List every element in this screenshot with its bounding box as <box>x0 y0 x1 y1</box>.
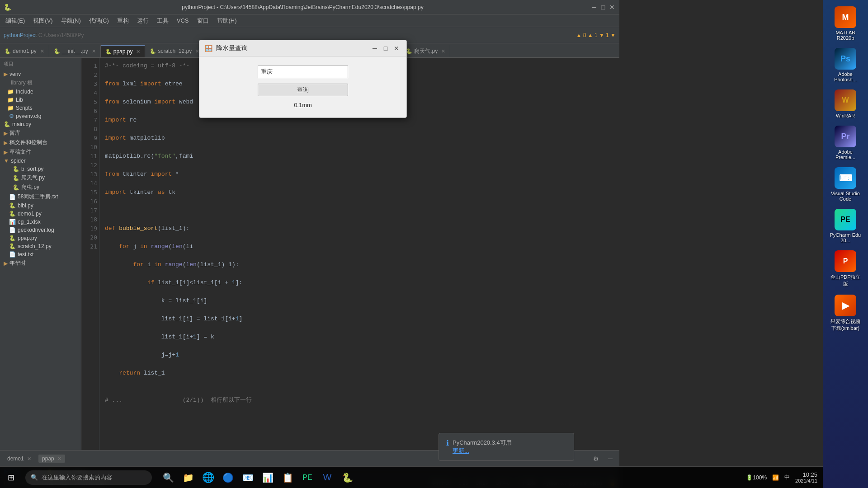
taskbar-icon-search[interactable]: 🔍 <box>159 469 177 487</box>
py-file-icon: 🐍 <box>13 175 19 181</box>
tab-init[interactable]: 🐍 __init__.py ✕ <box>49 45 101 57</box>
dialog-titlebar: 🪟 降水量查询 ─ □ ✕ <box>199 40 406 56</box>
sidebar-item-yeartime[interactable]: ▶ 年华时 <box>0 258 81 268</box>
sidebar-item-bibi[interactable]: 🐍 bibi.py <box>0 202 81 210</box>
menu-navigate[interactable]: 导航(N) <box>57 16 85 26</box>
tab-scratch12[interactable]: 🐍 scratch_12.py ✕ <box>145 45 204 57</box>
menu-view[interactable]: 视图(V) <box>29 16 56 26</box>
dialog-minimize-button[interactable]: ─ <box>370 44 379 53</box>
sidebar-item-mainpy[interactable]: 🐍 main.py <box>0 120 81 128</box>
desktop-icon-pdf[interactable]: P 金山PDF独立版 <box>827 249 863 289</box>
desktop-icon-video[interactable]: ▶ 果麦综合视频下载(xmlbar) <box>827 293 863 333</box>
folder-icon: ▼ <box>4 158 9 164</box>
query-button[interactable]: 查询 <box>258 84 348 96</box>
sidebar-item-spider[interactable]: ▼ spider <box>0 157 81 165</box>
warnings-label: ▲ 8 ▲ 1 ▼ 1 ▼ <box>576 32 616 38</box>
sidebar-item-58txt[interactable]: 📄 58同城二手房.txt <box>0 192 81 202</box>
menu-window[interactable]: 窗口 <box>193 16 212 26</box>
sidebar-label-bsort: b_sort.py <box>21 166 43 172</box>
desktop-icon-premiere[interactable]: Pr Adobe Premie... <box>827 124 863 162</box>
rainfall-result: 0.1mm <box>294 102 312 108</box>
close-button[interactable]: ✕ <box>609 4 616 11</box>
sidebar-item-demo1[interactable]: 🐍 demo1.py <box>0 210 81 218</box>
desktop-icon-winrar[interactable]: W WinRAR <box>827 88 863 120</box>
sidebar-item-include[interactable]: 📁 Include <box>0 88 81 96</box>
sidebar-item-weather-spider[interactable]: 🐍 爬天气.py <box>0 173 81 183</box>
sidebar-item-ppap[interactable]: 🐍 ppap.py <box>0 234 81 242</box>
pycharm-icon: PE <box>835 209 856 230</box>
sidebar-item-drafts[interactable]: ▶ 暂库 <box>0 128 81 138</box>
taskbar-icon-clipboard[interactable]: 📋 <box>278 469 297 487</box>
sidebar-item-crawler[interactable]: 🐍 爬虫.py <box>0 183 81 192</box>
premiere-icon: Pr <box>835 126 856 147</box>
taskbar-icon-excel[interactable]: 📊 <box>259 469 277 487</box>
tab-weather[interactable]: 🐍 爬天气.py ✕ <box>401 45 450 57</box>
rainfall-dialog[interactable]: 🪟 降水量查询 ─ □ ✕ 查询 0.1mm <box>199 40 407 118</box>
sidebar-label-crawler: 爬虫.py <box>21 183 39 191</box>
minimize-bottom-button[interactable]: ─ <box>605 453 616 464</box>
tab-close-icon[interactable]: ✕ <box>92 48 96 54</box>
desktop-icon-photoshop[interactable]: Ps Adobe Photosh... <box>827 46 863 84</box>
menu-vcs[interactable]: VCS <box>173 16 193 25</box>
desktop-icon-pycharm[interactable]: PE PyCharm Edu 20... <box>827 207 863 245</box>
taskbar-icon-word[interactable]: W <box>318 469 336 487</box>
taskbar-time: 10:25 2021/4/11 <box>795 471 817 483</box>
menu-edit[interactable]: 编辑(E) <box>2 16 28 26</box>
menu-code[interactable]: 代码(C) <box>85 16 113 26</box>
title-bar: 🐍 pythonProject - C:\Users\14588\AppData… <box>0 0 619 14</box>
tab-close-icon[interactable]: ✕ <box>441 48 445 54</box>
desktop-icon-matlab[interactable]: M MATLAB R2020b <box>827 5 863 42</box>
start-button[interactable]: ⊞ <box>0 467 22 488</box>
winrar-label: WinRAR <box>836 113 855 118</box>
desktop-icon-vscode[interactable]: ⌨ Visual Studio Code <box>827 165 863 203</box>
city-input[interactable] <box>258 66 348 78</box>
sidebar-label-geckodriver: geckodriver.log <box>18 227 54 233</box>
menu-refactor[interactable]: 重构 <box>113 16 132 26</box>
taskbar-search[interactable]: 🔍 在这里输入你要搜索的内容 <box>25 470 152 485</box>
pycharm-label: PyCharm Edu 20... <box>829 232 862 243</box>
sidebar-label-eg1: eg_1.xlsx <box>18 219 41 225</box>
line-numbers: 12345 678910 1112131415 1617181920 21 <box>81 58 99 450</box>
notification-link[interactable]: 更新... <box>453 447 469 454</box>
sidebar-item-scratch-folder[interactable]: ▶ 草稿文件 <box>0 147 81 157</box>
maximize-button[interactable]: □ <box>599 4 607 11</box>
sidebar-item-pyvenv[interactable]: ⚙ pyvenv.cfg <box>0 112 81 120</box>
dialog-close-button[interactable]: ✕ <box>392 44 401 53</box>
dialog-maximize-button[interactable]: □ <box>381 44 390 53</box>
sidebar-item-geckodriver[interactable]: 📄 geckodriver.log <box>0 226 81 234</box>
settings-button[interactable]: ⚙ <box>590 453 601 464</box>
cfg-file-icon: ⚙ <box>9 113 14 119</box>
sidebar-label-scripts: Scripts <box>16 105 33 111</box>
sidebar-item-scratch12[interactable]: 🐍 scratch_12.py <box>0 242 81 250</box>
minimize-button[interactable]: ─ <box>590 4 598 11</box>
pdf-label: 金山PDF独立版 <box>829 274 862 287</box>
sidebar-item-bsort[interactable]: 🐍 b_sort.py <box>0 165 81 173</box>
taskbar-icon-outlook[interactable]: 📧 <box>239 469 257 487</box>
tab-close-icon[interactable]: ✕ <box>40 48 44 54</box>
taskbar-icon-edge[interactable]: 🌐 <box>199 469 217 487</box>
window-title: pythonProject - C:\Users\14588\AppData\R… <box>15 4 590 10</box>
menu-help[interactable]: 帮助(H) <box>213 16 241 26</box>
tab-close-icon[interactable]: ✕ <box>136 49 140 55</box>
taskbar-icon-onedrive[interactable]: 🔵 <box>219 469 237 487</box>
taskbar-icon-python[interactable]: 🐍 <box>338 469 356 487</box>
bottom-tab-ppap[interactable]: ppap ✕ <box>38 455 65 463</box>
tab-ppap[interactable]: 🐍 ppap.py ✕ <box>101 45 146 57</box>
sidebar-item-console[interactable]: ▶ 稿文件和控制台 <box>0 138 81 147</box>
taskbar-icons: 🔍 📁 🌐 🔵 📧 📊 📋 PE W 🐍 <box>159 469 356 487</box>
bottom-tab-demo1[interactable]: demo1 ✕ <box>4 455 35 463</box>
sidebar-item-lib[interactable]: 📁 Lib <box>0 96 81 104</box>
sidebar-label-drafts: 暂库 <box>9 129 20 137</box>
taskbar-icon-pycharm-task[interactable]: PE <box>298 469 316 487</box>
notification-bar: ℹ PyCharm2020.3.4可用 更新... <box>439 433 574 461</box>
menu-run[interactable]: 运行 <box>133 16 152 26</box>
notification-content: PyCharm2020.3.4可用 更新... <box>453 439 566 455</box>
sidebar-item-eg1[interactable]: 📊 eg_1.xlsx <box>0 218 81 226</box>
sidebar-item-venv[interactable]: ▶ venv <box>0 70 81 78</box>
sidebar-label-demo1: demo1.py <box>18 211 42 217</box>
taskbar-icon-folder[interactable]: 📁 <box>179 469 197 487</box>
menu-tools[interactable]: 工具 <box>153 16 172 26</box>
sidebar-item-scripts[interactable]: 📁 Scripts <box>0 104 81 112</box>
tab-demo1[interactable]: 🐍 demo1.py ✕ <box>0 45 49 57</box>
sidebar-item-testtxt[interactable]: 📄 test.txt <box>0 250 81 258</box>
